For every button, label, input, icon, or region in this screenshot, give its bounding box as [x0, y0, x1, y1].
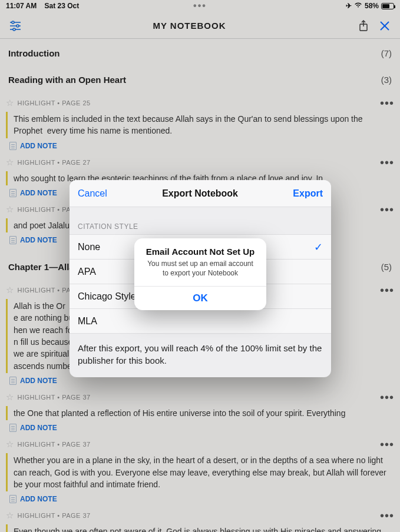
close-icon[interactable]: [376, 18, 393, 34]
option-label: MLA: [78, 316, 97, 327]
more-icon[interactable]: •••: [380, 287, 394, 293]
alert-ok-button[interactable]: OK: [134, 286, 266, 310]
status-bar: 11:07 AM Sat 23 Oct ••• ✈ 58%: [0, 0, 400, 12]
more-icon[interactable]: •••: [380, 207, 394, 212]
note-icon: [9, 377, 16, 385]
highlight-text[interactable]: This emblem is included in the text beca…: [6, 112, 394, 138]
filter-icon[interactable]: [7, 18, 24, 34]
highlight-meta: HIGHLIGHT • PAGE 37: [18, 441, 91, 448]
add-note-label: ADD NOTE: [20, 236, 57, 244]
star-icon[interactable]: ☆: [6, 439, 14, 450]
more-icon[interactable]: •••: [380, 513, 394, 518]
star-icon[interactable]: ☆: [6, 98, 14, 108]
highlight-meta: HIGHLIGHT • PAG: [18, 206, 77, 213]
style-option-mla[interactable]: MLA: [70, 308, 331, 333]
highlight-block: ☆ HIGHLIGHT • PAGE 25 ••• This emblem is…: [6, 97, 394, 150]
add-note-button[interactable]: ADD NOTE: [9, 142, 394, 150]
highlight-text[interactable]: Even though we are often not aware of it…: [6, 524, 394, 532]
star-icon[interactable]: ☆: [6, 285, 14, 295]
svg-point-5: [13, 28, 15, 31]
note-icon: [9, 495, 16, 503]
section-row[interactable]: Introduction (7): [6, 40, 394, 66]
section-count: (7): [381, 48, 392, 58]
battery-icon: [381, 3, 394, 9]
add-note-label: ADD NOTE: [20, 142, 57, 150]
citation-style-header: CITATION STYLE: [70, 207, 331, 234]
add-note-button[interactable]: ADD NOTE: [9, 495, 394, 503]
section-title: Introduction: [8, 48, 59, 58]
alert-title: Email Account Not Set Up: [134, 238, 266, 259]
section-row[interactable]: Reading with an Open Heart (3): [6, 66, 394, 93]
highlight-meta: HIGHLIGHT • PAGE 27: [18, 159, 91, 166]
nav-bar: MY NOTEBOOK: [0, 13, 400, 39]
highlight-meta: HIGHLIGHT • PAGE 25: [18, 99, 91, 107]
highlight-block: ☆ HIGHLIGHT • PAGE 37 ••• Whether you ar…: [6, 438, 394, 503]
section-count: (5): [381, 262, 392, 272]
alert-message: You must set up an email account to expo…: [134, 259, 266, 286]
sheet-title: Export Notebook: [162, 188, 238, 199]
note-icon: [9, 424, 16, 432]
highlight-meta: HIGHLIGHT • PAGE 37: [18, 394, 91, 401]
star-icon[interactable]: ☆: [6, 204, 14, 215]
add-note-label: ADD NOTE: [20, 377, 57, 385]
screen: 11:07 AM Sat 23 Oct ••• ✈ 58% MY NOTEBOO…: [0, 0, 400, 532]
star-icon[interactable]: ☆: [6, 157, 14, 168]
highlight-block: ☆ HIGHLIGHT • PAGE 37 ••• the One that p…: [6, 391, 394, 432]
more-icon[interactable]: •••: [380, 441, 394, 447]
highlight-meta: HIGHLIGHT • PAG: [18, 287, 77, 294]
svg-point-3: [12, 21, 14, 24]
highlight-block: ☆ HIGHLIGHT • PAGE 37 ••• Even though we…: [6, 509, 394, 532]
email-alert: Email Account Not Set Up You must set up…: [134, 238, 266, 310]
export-limit-footer: After this export, you will reach 4% of …: [70, 333, 331, 377]
cancel-button[interactable]: Cancel: [78, 188, 107, 199]
add-note-label: ADD NOTE: [20, 189, 57, 197]
add-note-label: ADD NOTE: [20, 424, 57, 432]
svg-point-4: [16, 25, 19, 27]
add-note-button[interactable]: ADD NOTE: [9, 377, 394, 385]
multitask-dots[interactable]: •••: [0, 1, 400, 11]
share-icon[interactable]: [355, 18, 372, 34]
section-title: Reading with an Open Heart: [8, 75, 126, 85]
note-icon: [9, 236, 16, 244]
more-icon[interactable]: •••: [380, 394, 394, 400]
add-note-label: ADD NOTE: [20, 495, 57, 503]
page-title: MY NOTEBOOK: [24, 21, 355, 31]
section-count: (3): [381, 75, 392, 85]
highlight-text[interactable]: the One that planted a reflection of His…: [6, 406, 394, 420]
more-icon[interactable]: •••: [380, 100, 394, 106]
highlight-meta: HIGHLIGHT • PAGE 37: [18, 512, 91, 519]
note-icon: [9, 142, 16, 150]
note-icon: [9, 189, 16, 197]
add-note-button[interactable]: ADD NOTE: [9, 424, 394, 432]
export-button[interactable]: Export: [293, 188, 323, 199]
option-label: Chicago Style: [78, 291, 136, 302]
star-icon[interactable]: ☆: [6, 510, 14, 521]
option-label: APA: [78, 267, 96, 277]
checkmark-icon: ✓: [314, 241, 323, 254]
highlight-text[interactable]: Whether you are in a plane in the sky, i…: [6, 453, 394, 491]
more-icon[interactable]: •••: [380, 159, 394, 165]
star-icon[interactable]: ☆: [6, 392, 14, 403]
option-label: None: [78, 242, 100, 252]
